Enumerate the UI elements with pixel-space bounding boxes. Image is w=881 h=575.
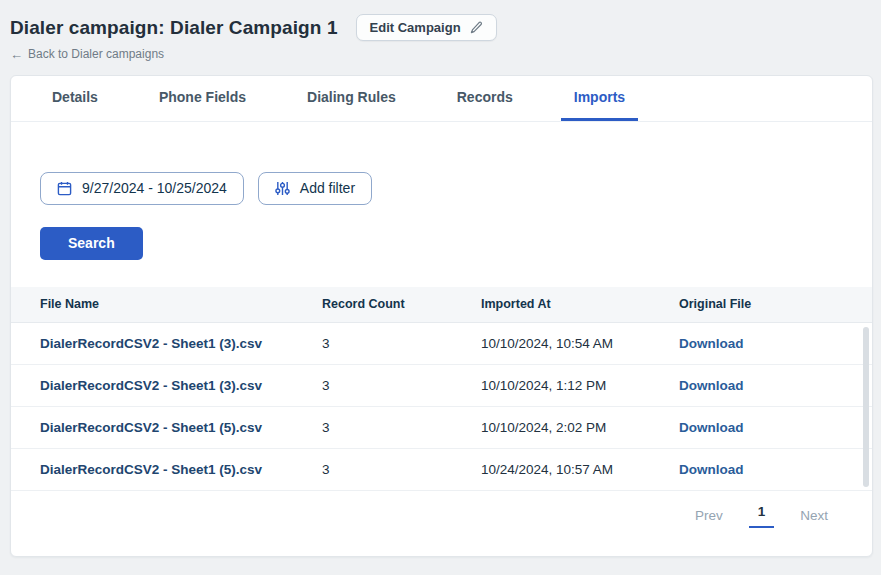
- table-row: DialerRecordCSV2 - Sheet1 (3).csv 3 10/1…: [11, 323, 872, 365]
- tab-imports[interactable]: Imports: [561, 76, 638, 121]
- back-link[interactable]: ← Back to Dialer campaigns: [10, 47, 164, 61]
- download-link[interactable]: Download: [679, 462, 744, 477]
- tab-records[interactable]: Records: [444, 76, 526, 121]
- pagination: Prev 1 Next: [11, 491, 872, 528]
- record-count-value: 3: [322, 420, 481, 435]
- tab-dialing-rules[interactable]: Dialing Rules: [294, 76, 409, 121]
- page: Dialer campaign: Dialer Campaign 1 Edit …: [0, 0, 881, 557]
- pencil-icon: [470, 21, 483, 34]
- file-name-link[interactable]: DialerRecordCSV2 - Sheet1 (5).csv: [40, 462, 262, 477]
- download-link[interactable]: Download: [679, 378, 744, 393]
- page-title: Dialer campaign: Dialer Campaign 1: [10, 17, 338, 39]
- filter-sliders-icon: [275, 181, 290, 196]
- pagination-prev[interactable]: Prev: [695, 508, 723, 523]
- record-count-value: 3: [322, 336, 481, 351]
- column-header-file-name: File Name: [11, 297, 322, 311]
- edit-campaign-button[interactable]: Edit Campaign: [356, 14, 497, 41]
- back-arrow-icon: ←: [10, 48, 23, 61]
- table-row: DialerRecordCSV2 - Sheet1 (5).csv 3 10/1…: [11, 407, 872, 449]
- column-header-record-count: Record Count: [322, 297, 481, 311]
- imported-at-value: 10/24/2024, 10:57 AM: [481, 462, 679, 477]
- pagination-next[interactable]: Next: [800, 508, 828, 523]
- download-link[interactable]: Download: [679, 336, 744, 351]
- record-count-value: 3: [322, 378, 481, 393]
- table-header-row: File Name Record Count Imported At Origi…: [11, 287, 872, 323]
- record-count-value: 3: [322, 462, 481, 477]
- filter-row: 9/27/2024 - 10/25/2024 Add filter: [40, 172, 872, 205]
- back-link-label: Back to Dialer campaigns: [28, 47, 164, 61]
- campaign-card: Details Phone Fields Dialing Rules Recor…: [10, 75, 873, 557]
- tab-phone-fields[interactable]: Phone Fields: [146, 76, 259, 121]
- table-row: DialerRecordCSV2 - Sheet1 (5).csv 3 10/2…: [11, 449, 872, 491]
- page-header: Dialer campaign: Dialer Campaign 1 Edit …: [10, 14, 873, 41]
- search-button[interactable]: Search: [40, 227, 143, 260]
- file-name-link[interactable]: DialerRecordCSV2 - Sheet1 (3).csv: [40, 378, 262, 393]
- file-name-link[interactable]: DialerRecordCSV2 - Sheet1 (3).csv: [40, 336, 262, 351]
- file-name-link[interactable]: DialerRecordCSV2 - Sheet1 (5).csv: [40, 420, 262, 435]
- add-filter-button[interactable]: Add filter: [258, 172, 372, 205]
- download-link[interactable]: Download: [679, 420, 744, 435]
- table-row: DialerRecordCSV2 - Sheet1 (3).csv 3 10/1…: [11, 365, 872, 407]
- add-filter-label: Add filter: [300, 180, 355, 196]
- date-range-value: 9/27/2024 - 10/25/2024: [82, 180, 227, 196]
- imported-at-value: 10/10/2024, 2:02 PM: [481, 420, 679, 435]
- imported-at-value: 10/10/2024, 10:54 AM: [481, 336, 679, 351]
- edit-campaign-label: Edit Campaign: [370, 20, 461, 35]
- imports-table: File Name Record Count Imported At Origi…: [11, 287, 872, 491]
- tab-bar: Details Phone Fields Dialing Rules Recor…: [11, 76, 872, 122]
- pagination-page-1[interactable]: 1: [749, 504, 775, 528]
- column-header-original-file: Original File: [679, 297, 872, 311]
- column-header-imported-at: Imported At: [481, 297, 679, 311]
- calendar-icon: [57, 181, 72, 196]
- imported-at-value: 10/10/2024, 1:12 PM: [481, 378, 679, 393]
- imports-content: 9/27/2024 - 10/25/2024 Add filter Search: [11, 172, 872, 260]
- table-scrollbar[interactable]: [863, 327, 869, 487]
- tab-details[interactable]: Details: [39, 76, 111, 121]
- date-range-button[interactable]: 9/27/2024 - 10/25/2024: [40, 172, 244, 205]
